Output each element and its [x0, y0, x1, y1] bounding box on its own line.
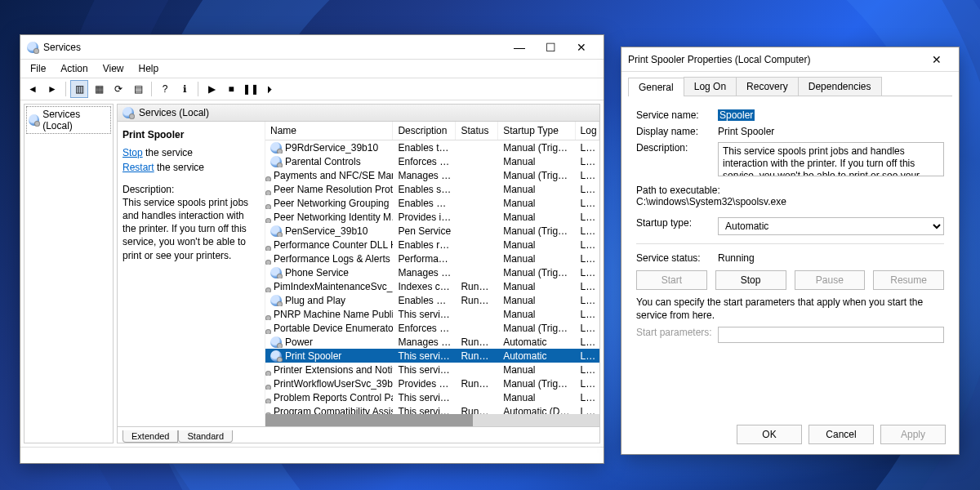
service-row[interactable]: Parental ControlsEnforces par…ManualLoc — [265, 154, 599, 168]
scroll-thumb[interactable] — [265, 414, 473, 426]
col-log-on-as[interactable]: Log — [576, 122, 599, 140]
service-row[interactable]: Peer Networking GroupingEnables mul…Manu… — [265, 196, 599, 210]
titlebar[interactable]: Print Spooler Properties (Local Computer… — [621, 47, 959, 72]
services-list[interactable]: P9RdrService_39b10Enables trig…Manual (T… — [265, 140, 599, 414]
col-description[interactable]: Description — [393, 122, 456, 140]
column-headers[interactable]: Name Description Status Startup Type Log — [265, 122, 599, 140]
service-row[interactable]: Performance Logs & AlertsPerformance…Man… — [265, 252, 599, 265]
start-service-button[interactable]: ▶ — [203, 80, 220, 98]
service-name: Program Compatibility Assis… — [274, 406, 393, 415]
titlebar[interactable]: Services — ☐ ✕ — [20, 35, 604, 60]
service-row[interactable]: Peer Name Resolution Proto…Enables serv…… — [265, 182, 599, 196]
service-log-on: Loc — [576, 364, 599, 376]
service-name: Power — [285, 336, 313, 348]
view-tabs: Extended Standard — [118, 426, 599, 443]
service-row[interactable]: Portable Device Enumerator …Enforces gro… — [265, 321, 599, 335]
main-header: Services (Local) — [118, 105, 599, 122]
service-log-on: Loc — [576, 198, 599, 209]
service-startup-type: Manual — [498, 239, 575, 251]
col-name[interactable]: Name — [265, 122, 393, 140]
menu-help[interactable]: Help — [132, 61, 166, 76]
cancel-button[interactable]: Cancel — [808, 425, 874, 444]
minimize-button[interactable]: — — [504, 36, 535, 59]
service-desc: Pen Service — [393, 225, 456, 237]
service-log-on: Loc — [576, 239, 599, 251]
col-status[interactable]: Status — [456, 122, 498, 140]
service-log-on: Loc — [576, 253, 599, 265]
service-desc: Provides sup… — [393, 378, 456, 390]
service-row[interactable]: PenService_39b10Pen ServiceManual (Trigg… — [265, 224, 599, 238]
tab-general[interactable]: General — [628, 78, 684, 96]
service-startup-type: Manual — [498, 212, 575, 223]
stop-service-link[interactable]: Stop — [122, 147, 143, 158]
service-name: Printer Extensions and Notifi… — [274, 364, 393, 376]
tab-recovery[interactable]: Recovery — [736, 77, 799, 96]
gear-icon — [122, 107, 134, 118]
service-row[interactable]: Payments and NFC/SE Manag…Manages pa…Man… — [265, 168, 599, 182]
service-log-on: Loc — [576, 281, 599, 292]
col-startup-type[interactable]: Startup Type — [498, 122, 575, 140]
close-button[interactable]: ✕ — [566, 36, 597, 59]
service-row[interactable]: Phone ServiceManages th…Manual (Trigg…Lo… — [265, 265, 599, 279]
menu-view[interactable]: View — [96, 61, 131, 76]
menu-file[interactable]: File — [24, 61, 52, 76]
label-service-status: Service status: — [636, 252, 718, 264]
tab-extended[interactable]: Extended — [122, 430, 178, 443]
service-name: Performance Logs & Alerts — [274, 253, 390, 265]
refresh-button[interactable]: ⟳ — [109, 80, 127, 98]
close-button[interactable]: ✕ — [921, 48, 952, 71]
ok-button[interactable]: OK — [737, 425, 802, 444]
tab-standard[interactable]: Standard — [178, 430, 233, 443]
service-row[interactable]: Peer Networking Identity M…Provides ide…… — [265, 210, 599, 224]
service-status: Running — [456, 336, 498, 348]
info-button[interactable]: ℹ — [176, 80, 194, 98]
tab-log-on[interactable]: Log On — [684, 77, 737, 96]
label-startup-type: Startup type: — [636, 217, 718, 229]
service-row[interactable]: PrintWorkflowUserSvc_39b10Provides sup…R… — [265, 376, 599, 390]
start-button: Start — [636, 270, 707, 290]
service-row[interactable]: P9RdrService_39b10Enables trig…Manual (T… — [265, 140, 599, 154]
service-row[interactable]: PowerManages po…RunningAutomaticLoc — [265, 335, 599, 349]
service-row[interactable]: PNRP Machine Name Public…This service …M… — [265, 307, 599, 321]
restart-service-link[interactable]: Restart — [122, 162, 154, 173]
export-button[interactable]: ▤ — [129, 80, 147, 98]
console-tree[interactable]: Services (Local) — [24, 104, 114, 443]
stop-service-button[interactable]: ■ — [222, 80, 240, 98]
description-box[interactable]: This service spools print jobs and handl… — [718, 142, 944, 176]
startup-type-select[interactable]: Automatic — [718, 217, 944, 235]
horizontal-scrollbar[interactable] — [265, 414, 599, 426]
service-desc: This service … — [393, 406, 456, 415]
restart-service-button[interactable]: ⏵ — [261, 80, 279, 98]
service-row[interactable]: Problem Reports Control Pa…This service … — [265, 390, 599, 404]
help-button[interactable]: ? — [156, 80, 174, 98]
maximize-button[interactable]: ☐ — [535, 36, 566, 59]
service-startup-type: Manual (Trigg… — [498, 142, 575, 154]
service-row[interactable]: Performance Counter DLL H…Enables rem…Ma… — [265, 238, 599, 252]
tab-dependencies[interactable]: Dependencies — [798, 77, 882, 96]
service-row[interactable]: Program Compatibility Assis…This service… — [265, 404, 599, 414]
start-params-hint: You can specify the start parameters tha… — [636, 296, 944, 322]
service-row[interactable]: PimIndexMaintenanceSvc_3…Indexes cont…Ru… — [265, 279, 599, 293]
properties-dialog: Print Spooler Properties (Local Computer… — [621, 47, 960, 455]
service-desc: Enables mul… — [393, 198, 456, 209]
service-row[interactable]: Printer Extensions and Notifi…This servi… — [265, 363, 599, 376]
service-row[interactable]: Plug and PlayEnables a co…RunningManualL… — [265, 293, 599, 307]
resume-button: Resume — [873, 270, 944, 290]
back-button[interactable]: ◄ — [24, 80, 42, 98]
tree-services-local[interactable]: Services (Local) — [26, 106, 111, 134]
service-startup-type: Manual — [498, 364, 575, 376]
stop-button[interactable]: Stop — [715, 270, 786, 290]
show-hide-tree-button[interactable]: ▥ — [70, 80, 88, 98]
value-service-name[interactable]: Spooler — [718, 109, 755, 121]
pause-service-button[interactable]: ❚❚ — [242, 80, 260, 98]
forward-button[interactable]: ► — [43, 80, 61, 98]
service-log-on: Loc — [576, 170, 599, 181]
service-name: PimIndexMaintenanceSvc_3… — [274, 281, 393, 292]
service-name: Phone Service — [285, 267, 349, 278]
service-log-on: Loc — [576, 212, 599, 223]
menu-action[interactable]: Action — [54, 61, 94, 76]
service-row[interactable]: Print SpoolerThis service …RunningAutoma… — [265, 349, 599, 363]
properties-button[interactable]: ▦ — [90, 80, 108, 98]
service-log-on: Loc — [576, 184, 599, 195]
detail-heading: Print Spooler — [122, 128, 258, 141]
